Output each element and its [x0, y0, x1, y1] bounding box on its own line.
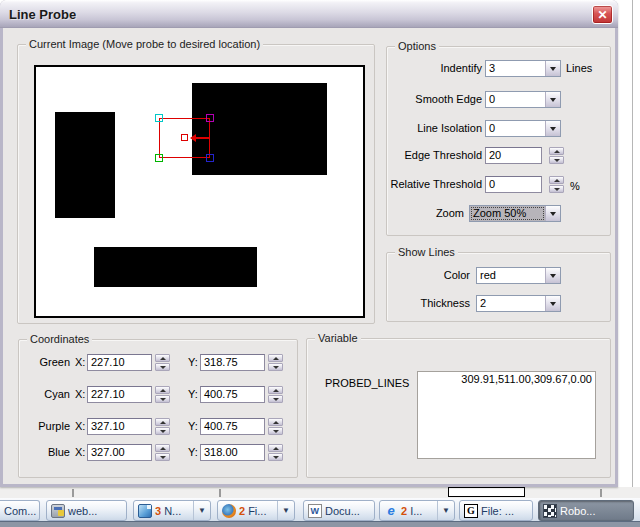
probe-handle-cyan[interactable]: [155, 114, 163, 122]
color-label: Color: [387, 269, 470, 283]
taskbar-button-roborealm-active[interactable]: Robo...: [538, 500, 634, 521]
spinner-up-icon[interactable]: [155, 386, 170, 394]
chevron-down-icon[interactable]: ▼: [437, 501, 450, 520]
spinner-down-icon[interactable]: [155, 395, 170, 403]
thickness-combobox[interactable]: 2: [476, 295, 561, 312]
line-isolation-combobox[interactable]: 0: [485, 120, 561, 137]
relative-threshold-suffix-label: %: [570, 180, 580, 194]
image-black-rect-bottom: [94, 247, 257, 287]
spinner-down-icon[interactable]: [155, 453, 170, 461]
probe-handle-purple[interactable]: [206, 114, 214, 122]
show-lines-group: Show Lines Color red Thickness 2: [386, 252, 611, 322]
smooth-edge-combobox[interactable]: 0: [485, 91, 561, 108]
blue-y-input[interactable]: 318.00: [200, 444, 265, 461]
spinner-up-icon[interactable]: [268, 444, 283, 452]
spinner-up-icon[interactable]: [549, 147, 564, 155]
spinner-up-icon[interactable]: [268, 418, 283, 426]
spinner-down-icon[interactable]: [155, 427, 170, 435]
spinner-down-icon[interactable]: [549, 156, 564, 164]
identify-suffix-label: Lines: [566, 62, 592, 76]
cyan-y-input[interactable]: 400.75: [200, 386, 265, 403]
purple-x-input[interactable]: 327.10: [87, 418, 152, 435]
title-bar[interactable]: Line Probe ✕: [0, 0, 618, 28]
word-icon: [308, 504, 322, 518]
chevron-down-icon[interactable]: [545, 206, 560, 221]
purple-x-spinner[interactable]: [155, 418, 170, 435]
thickness-value: 2: [477, 296, 545, 311]
smooth-edge-value: 0: [486, 92, 545, 107]
zoom-label: Zoom: [387, 207, 464, 221]
chevron-down-icon[interactable]: [545, 92, 560, 107]
chevron-down-icon[interactable]: [545, 296, 560, 311]
chevron-down-icon[interactable]: ▼: [277, 501, 290, 520]
chevron-down-icon[interactable]: [545, 121, 560, 136]
taskbar-button-file[interactable]: File: ...: [459, 500, 533, 521]
cyan-x-spinner[interactable]: [155, 386, 170, 403]
taskbar-group-button-notepad[interactable]: 3 N... ▼: [133, 500, 211, 521]
probe-center-marker[interactable]: [181, 134, 188, 141]
probe-direction-arrow: [196, 137, 210, 139]
blue-x-spinner[interactable]: [155, 444, 170, 461]
probe-handle-green[interactable]: [155, 154, 163, 162]
green-x-input[interactable]: 227.10: [87, 354, 152, 371]
y-label: Y:: [188, 446, 198, 460]
spinner-up-icon[interactable]: [549, 176, 564, 184]
cyan-y-spinner[interactable]: [268, 386, 283, 403]
line-isolation-label: Line Isolation: [387, 122, 482, 136]
taskbar-group-button-ie[interactable]: e 2 I... ▼: [379, 500, 455, 521]
probe-handle-blue[interactable]: [206, 154, 214, 162]
taskbar-button-document[interactable]: Docu...: [303, 500, 375, 521]
coordinates-group: Coordinates Green X: 227.10 Y: 318.75 Cy…: [18, 339, 298, 478]
zoom-combobox[interactable]: Zoom 50%: [469, 205, 561, 222]
spinner-up-icon[interactable]: [268, 386, 283, 394]
spinner-down-icon[interactable]: [549, 185, 564, 193]
current-image-group: Current Image (Move probe to desired loc…: [17, 44, 375, 324]
coordinates-group-label: Coordinates: [27, 333, 92, 345]
identify-value: 3: [486, 61, 545, 76]
options-group: Options Indentify 3 Lines Smooth Edge 0 …: [386, 46, 611, 236]
taskbar-group-button-firefox[interactable]: 2 Fi... ▼: [217, 500, 295, 521]
spinner-down-icon[interactable]: [268, 427, 283, 435]
blue-y-spinner[interactable]: [268, 444, 283, 461]
relative-threshold-input[interactable]: 0: [485, 176, 542, 193]
spinner-down-icon[interactable]: [268, 453, 283, 461]
green-y-input[interactable]: 318.75: [200, 354, 265, 371]
identify-combobox[interactable]: 3: [485, 60, 561, 77]
close-button[interactable]: ✕: [592, 5, 613, 24]
taskbar-button-com[interactable]: Com...: [0, 500, 40, 521]
variable-value-box[interactable]: 309.91,511.00,309.67,0.00: [417, 371, 596, 459]
color-combobox[interactable]: red: [476, 267, 561, 284]
edge-threshold-input[interactable]: 20: [485, 147, 542, 164]
spinner-down-icon[interactable]: [268, 395, 283, 403]
purple-y-input[interactable]: 400.75: [200, 418, 265, 435]
background-fragment: [600, 489, 602, 497]
green-x-spinner[interactable]: [155, 354, 170, 371]
chevron-down-icon[interactable]: [545, 61, 560, 76]
spinner-down-icon[interactable]: [155, 363, 170, 371]
spinner-down-icon[interactable]: [268, 363, 283, 371]
probe-image-canvas[interactable]: [34, 65, 365, 318]
options-group-label: Options: [395, 40, 439, 52]
green-y-spinner[interactable]: [268, 354, 283, 371]
chevron-down-icon[interactable]: ▼: [193, 501, 206, 520]
variable-group: Variable PROBED_LINES 309.91,511.00,309.…: [306, 338, 611, 478]
purple-y-spinner[interactable]: [268, 418, 283, 435]
relative-threshold-label: Relative Threshold: [387, 178, 482, 192]
relative-threshold-spinner[interactable]: [549, 176, 564, 193]
spinner-up-icon[interactable]: [155, 418, 170, 426]
thickness-label: Thickness: [387, 297, 470, 311]
x-label: X:: [75, 356, 85, 370]
variable-value: 309.91,511.00,309.67,0.00: [461, 373, 592, 385]
spinner-up-icon[interactable]: [155, 444, 170, 452]
chevron-down-icon[interactable]: [545, 268, 560, 283]
spinner-up-icon[interactable]: [268, 354, 283, 362]
image-black-rect-left: [55, 112, 115, 218]
blue-x-input[interactable]: 327.00: [87, 444, 152, 461]
notepad-icon: [138, 504, 152, 518]
cyan-x-input[interactable]: 227.10: [87, 386, 152, 403]
spinner-up-icon[interactable]: [155, 354, 170, 362]
edge-threshold-spinner[interactable]: [549, 147, 564, 164]
taskbar-button-web[interactable]: web...: [46, 500, 127, 521]
variable-name-label: PROBED_LINES: [325, 377, 409, 391]
taskbar-button-label: File: ...: [481, 505, 514, 517]
